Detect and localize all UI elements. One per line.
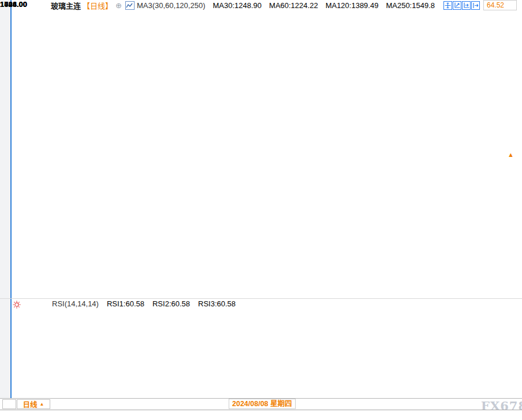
period-selector-label: 日线: [23, 399, 38, 410]
rsi3-value: RSI3:60.58: [198, 299, 236, 308]
period-selector[interactable]: 日线 ▲: [17, 399, 50, 409]
panel-splitter[interactable]: [0, 298, 522, 299]
rsi-header: RSI(14,14,14) RSI1:60.58 RSI2:60.58 RSI3…: [52, 299, 244, 308]
chart-canvas[interactable]: [0, 0, 522, 420]
low-price-annotation: 1004.00: [0, 0, 27, 9]
rsi-value-tag: 64.52: [483, 0, 517, 10]
rsi1-value: RSI1:60.58: [107, 299, 144, 308]
crosshair-date-label: 2024/08/08 星期四: [229, 399, 296, 409]
indicator-tab-bar: [0, 410, 522, 420]
price-arrow-marker: ▲: [508, 151, 514, 158]
indicator-settings-icon[interactable]: [12, 300, 21, 312]
rsi2-value: RSI2:60.58: [152, 299, 190, 308]
kline-app: 玻璃主连 【日线】 ⊕ MA3(30,60,120,250) MA30:1248…: [0, 0, 522, 420]
date-axis: 日线 ▲ 2024/08/08 星期四: [0, 398, 522, 410]
period-up-arrow-icon: ▲: [40, 402, 44, 407]
rsi-indicator-label: RSI(14,14,14): [52, 299, 99, 308]
axis-corner-box[interactable]: [2, 399, 16, 409]
